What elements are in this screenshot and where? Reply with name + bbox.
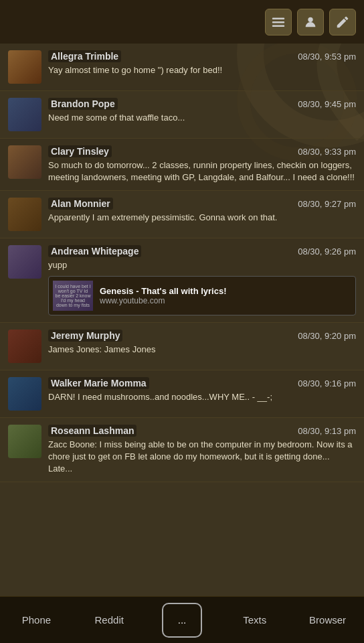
feed-post-text: James Jones: James Jones: [48, 344, 356, 356]
feed-post-time: 08/30, 9:20 pm: [298, 331, 356, 341]
feed-post-author: Andrean Whitepage: [48, 245, 141, 257]
feed-post-header: Clary Tinsley 08/30, 9:33 pm: [48, 145, 356, 157]
feed-post-author: Brandon Pope: [48, 98, 118, 110]
feed-post-time: 08/30, 9:53 pm: [298, 52, 356, 62]
feed-item[interactable]: Roseann Lashman 08/30, 9:13 pm Zacc Boon…: [0, 418, 364, 483]
feed-post-header: Allegra Trimble 08/30, 9:53 pm: [48, 50, 356, 62]
feed-post-time: 08/30, 9:13 pm: [298, 426, 356, 436]
feed-post-time: 08/30, 9:16 pm: [298, 378, 356, 388]
feed-item[interactable]: Allegra Trimble 08/30, 9:53 pm Yay almos…: [0, 44, 364, 91]
yt-title: Genesis - That's all with lyrics!: [100, 286, 226, 296]
feed-post-author: Allegra Trimble: [48, 50, 121, 62]
header-actions: [265, 9, 356, 35]
nav-browser[interactable]: Browser: [291, 597, 364, 643]
app-header: [0, 0, 364, 44]
feed-post-time: 08/30, 9:33 pm: [298, 147, 356, 157]
feed-post-text: yupp: [48, 259, 356, 271]
profile-button[interactable]: [297, 9, 324, 35]
feed-post-header: Roseann Lashman 08/30, 9:13 pm: [48, 425, 356, 437]
feed-post-text: Yay almost time to go home ") ready for …: [48, 64, 356, 76]
menu-icon: [271, 15, 286, 29]
yt-thumbnail: I could have bet I won't go TV Id be eas…: [53, 281, 93, 311]
nav-current-box: ...: [162, 603, 202, 638]
avatar: [8, 98, 41, 131]
feed-post-header: Walker Marie Momma 08/30, 9:16 pm: [48, 377, 356, 389]
avatar: [8, 245, 41, 279]
compose-button[interactable]: [329, 9, 356, 35]
feed-post-text: So much to do tomorrow... 2 classes, run…: [48, 159, 356, 184]
feed-post-content: Jeremy Murphy 08/30, 9:20 pm James Jones…: [48, 330, 356, 356]
feed-post-content: Brandon Pope 08/30, 9:45 pm Need me some…: [48, 98, 356, 124]
nav-current[interactable]: ...: [146, 597, 219, 643]
feed-item[interactable]: Alan Monnier 08/30, 9:27 pm Apparently I…: [0, 191, 364, 238]
feed-item[interactable]: Walker Marie Momma 08/30, 9:16 pm DARN! …: [0, 370, 364, 418]
youtube-card[interactable]: I could have bet I won't go TV Id be eas…: [48, 276, 356, 315]
nav-phone[interactable]: Phone: [0, 597, 73, 643]
feed-item[interactable]: Jeremy Murphy 08/30, 9:20 pm James Jones…: [0, 323, 364, 370]
svg-rect-3: [272, 21, 284, 23]
feed-post-author: Roseann Lashman: [48, 425, 136, 437]
feed-post-author: Alan Monnier: [48, 198, 113, 210]
nav-current-label: ...: [178, 614, 187, 626]
avatar: [8, 198, 41, 231]
avatar: [8, 425, 41, 458]
feed-post-content: Alan Monnier 08/30, 9:27 pm Apparently I…: [48, 198, 356, 224]
bottom-navigation: Phone Reddit ... Texts Browser: [0, 596, 364, 643]
feed-post-header: Jeremy Murphy 08/30, 9:20 pm: [48, 330, 356, 342]
feed-post-header: Brandon Pope 08/30, 9:45 pm: [48, 98, 356, 110]
feed-post-author: Jeremy Murphy: [48, 330, 122, 342]
profile-icon: [303, 15, 318, 29]
feed-post-time: 08/30, 9:26 pm: [298, 246, 356, 257]
feed-post-content: Roseann Lashman 08/30, 9:13 pm Zacc Boon…: [48, 425, 356, 476]
nav-phone-label: Phone: [22, 614, 51, 626]
feed-post-content: Allegra Trimble 08/30, 9:53 pm Yay almos…: [48, 50, 356, 76]
avatar: [8, 330, 41, 363]
svg-rect-2: [272, 17, 284, 19]
feed-post-header: Andrean Whitepage 08/30, 9:26 pm: [48, 245, 356, 257]
menu-button[interactable]: [265, 9, 292, 35]
feed-post-author: Clary Tinsley: [48, 145, 112, 157]
feed-post-text: Zacc Boone: I miss being able to be on t…: [48, 439, 356, 476]
feed-post-time: 08/30, 9:27 pm: [298, 199, 356, 209]
feed-post-header: Alan Monnier 08/30, 9:27 pm: [48, 198, 356, 210]
avatar: [8, 145, 41, 179]
nav-texts[interactable]: Texts: [218, 597, 291, 643]
feed-item[interactable]: Andrean Whitepage 08/30, 9:26 pm yupp I …: [0, 238, 364, 322]
feed-post-content: Andrean Whitepage 08/30, 9:26 pm yupp I …: [48, 245, 356, 315]
svg-point-5: [308, 17, 312, 21]
feed-post-time: 08/30, 9:45 pm: [298, 99, 356, 109]
news-feed: Allegra Trimble 08/30, 9:53 pm Yay almos…: [0, 44, 364, 596]
compose-icon: [335, 15, 350, 29]
svg-rect-4: [272, 25, 284, 26]
yt-url: www.youtube.com: [100, 296, 226, 305]
nav-reddit[interactable]: Reddit: [73, 597, 146, 643]
feed-post-content: Clary Tinsley 08/30, 9:33 pm So much to …: [48, 145, 356, 184]
feed-post-author: Walker Marie Momma: [48, 377, 149, 389]
feed-post-content: Walker Marie Momma 08/30, 9:16 pm DARN! …: [48, 377, 356, 403]
nav-browser-label: Browser: [309, 614, 346, 626]
nav-reddit-label: Reddit: [95, 614, 124, 626]
feed-post-text: DARN! I need mushrooms..and noodles...WH…: [48, 391, 356, 403]
nav-texts-label: Texts: [243, 614, 266, 626]
avatar: [8, 377, 41, 411]
feed-post-text: Need me some of that waffle taco...: [48, 112, 356, 124]
avatar: [8, 50, 41, 84]
feed-item[interactable]: Clary Tinsley 08/30, 9:33 pm So much to …: [0, 139, 364, 191]
yt-info: Genesis - That's all with lyrics! www.yo…: [100, 286, 226, 305]
feed-item[interactable]: Brandon Pope 08/30, 9:45 pm Need me some…: [0, 91, 364, 139]
feed-post-text: Apparently I am extremely pessimistic. G…: [48, 212, 356, 224]
